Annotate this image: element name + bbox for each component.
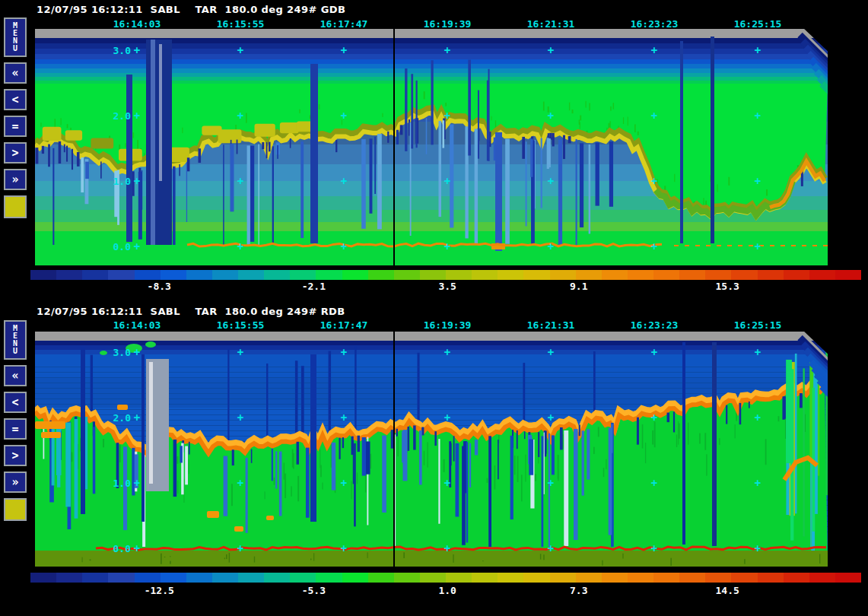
- svg-text:2.0: 2.0: [113, 412, 132, 424]
- svg-text:+: +: [341, 346, 347, 358]
- svg-text:+: +: [651, 175, 657, 187]
- fast-rewind-button[interactable]: «: [4, 62, 27, 84]
- colorbar: [30, 270, 861, 280]
- colorbar-block: [835, 573, 861, 583]
- svg-text:+: +: [444, 477, 450, 489]
- color-scale-swatch-button[interactable]: [4, 498, 27, 521]
- step-forward-button[interactable]: >: [4, 445, 27, 466]
- svg-text:+: +: [237, 477, 243, 489]
- colorbar-block: [135, 270, 161, 280]
- svg-text:+: +: [755, 411, 761, 424]
- svg-text:+: +: [134, 346, 140, 358]
- colorbar-tick-label: 7.3: [570, 585, 587, 596]
- svg-text:+: +: [651, 110, 657, 122]
- panel-title: 12/07/95 16:12:11 SABL TAR 180.0 deg 249…: [37, 306, 345, 317]
- colorbar-block: [602, 270, 628, 280]
- svg-text:3.0: 3.0: [113, 347, 132, 358]
- panel-title: 12/07/95 16:12:11 SABL TAR 180.0 deg 249…: [37, 4, 345, 15]
- colorbar-block: [56, 270, 82, 280]
- fast-forward-button[interactable]: »: [4, 472, 27, 493]
- svg-text:+: +: [444, 110, 450, 122]
- time-tick-label: 16:15:55: [204, 18, 277, 30]
- colorbar-block: [731, 270, 757, 280]
- svg-text:+: +: [651, 44, 657, 56]
- svg-text:+: +: [548, 411, 554, 424]
- step-forward-button[interactable]: >: [4, 142, 27, 164]
- colorbar-block: [550, 270, 576, 280]
- colorbar-tick-label: 1.0: [438, 585, 456, 596]
- svg-text:+: +: [134, 542, 140, 554]
- colorbar-block: [498, 270, 523, 280]
- svg-text:+: +: [651, 477, 657, 489]
- colorbar-block: [186, 573, 212, 583]
- svg-text:+: +: [341, 110, 347, 122]
- color-scale-swatch-button[interactable]: [4, 195, 27, 218]
- svg-text:+: +: [237, 240, 243, 252]
- colorbar-tick-label: -2.1: [302, 281, 326, 292]
- svg-text:+: +: [341, 44, 347, 56]
- fast-rewind-button[interactable]: «: [4, 365, 27, 386]
- svg-text:0.0: 0.0: [113, 241, 132, 252]
- colorbar-block: [108, 270, 134, 280]
- colorbar-block: [758, 270, 784, 280]
- svg-text:+: +: [134, 44, 140, 56]
- colorbar-block: [835, 270, 861, 280]
- svg-text:+: +: [444, 175, 450, 187]
- colorbar-block: [290, 270, 316, 280]
- time-tick-label: 16:19:39: [411, 319, 484, 331]
- colorbar-block: [212, 573, 238, 583]
- menu-sidebar: M E N U«<=>»: [4, 17, 30, 218]
- colorbar-block: [238, 270, 264, 280]
- time-tick-label: 16:17:47: [307, 18, 380, 30]
- colorbar-block: [161, 270, 186, 280]
- pause-button[interactable]: =: [4, 418, 27, 440]
- pause-button[interactable]: =: [4, 116, 27, 137]
- colorbar-block: [264, 270, 290, 280]
- colorbar: [30, 573, 861, 583]
- svg-text:+: +: [134, 411, 140, 424]
- colorbar-block: [342, 270, 368, 280]
- colorbar-block: [264, 573, 290, 583]
- colorbar-tick-label: 15.3: [716, 281, 739, 292]
- svg-text:+: +: [651, 240, 657, 252]
- menu-button[interactable]: M E N U: [4, 17, 27, 57]
- colorbar-block: [705, 270, 731, 280]
- step-back-button[interactable]: <: [4, 392, 27, 413]
- colorbar-block: [628, 573, 653, 583]
- colorbar-tick-label: 3.5: [438, 281, 456, 292]
- svg-text:+: +: [444, 240, 450, 252]
- colorbar-block: [679, 270, 705, 280]
- svg-text:+: +: [237, 44, 243, 56]
- svg-text:+: +: [548, 477, 554, 489]
- colorbar-block: [316, 573, 342, 583]
- svg-text:+: +: [341, 411, 347, 424]
- svg-text:+: +: [755, 44, 761, 56]
- colorbar-tick-label: -5.3: [302, 585, 326, 596]
- svg-text:+: +: [548, 346, 554, 358]
- svg-text:1.0: 1.0: [113, 176, 132, 187]
- colorbar-block: [758, 573, 784, 583]
- svg-text:+: +: [755, 240, 761, 252]
- colorbar-block: [446, 573, 472, 583]
- svg-text:+: +: [237, 346, 243, 358]
- menu-button[interactable]: M E N U: [4, 320, 27, 360]
- colorbar-block: [30, 573, 56, 583]
- colorbar-block: [784, 270, 809, 280]
- time-tick-label: 16:25:15: [721, 18, 794, 30]
- svg-text:+: +: [651, 411, 657, 424]
- svg-text:+: +: [237, 175, 243, 187]
- svg-text:+: +: [755, 110, 761, 122]
- colorbar-block: [679, 573, 705, 583]
- svg-text:+: +: [548, 175, 554, 187]
- colorbar-tick-label: 9.1: [570, 281, 587, 292]
- step-back-button[interactable]: <: [4, 89, 27, 110]
- colorbar-block: [576, 270, 602, 280]
- colorbar-block: [368, 573, 394, 583]
- colorbar-block: [705, 573, 731, 583]
- time-tick-label: 16:15:55: [204, 319, 277, 331]
- colorbar-block: [394, 270, 420, 280]
- fast-forward-button[interactable]: »: [4, 169, 27, 190]
- time-tick-label: 16:14:03: [100, 319, 173, 331]
- svg-text:+: +: [548, 240, 554, 252]
- svg-text:+: +: [651, 346, 657, 358]
